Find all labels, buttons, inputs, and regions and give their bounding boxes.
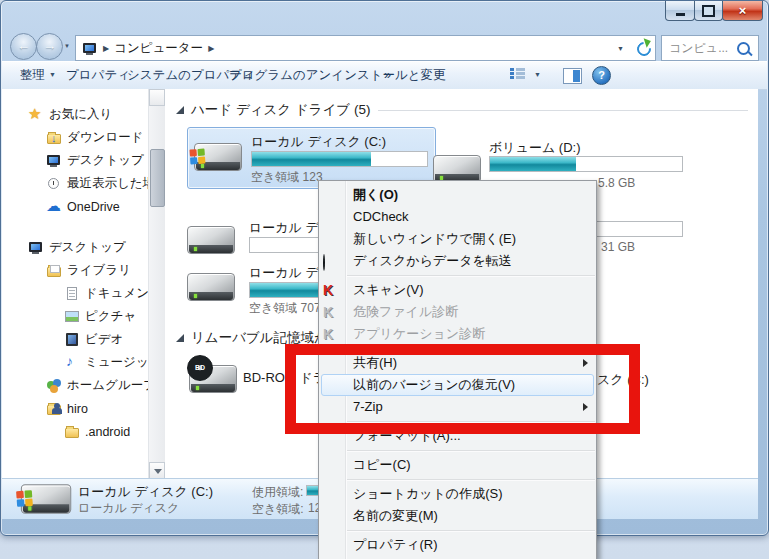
organize-menu[interactable]: 整理▼	[20, 61, 56, 89]
forward-arrow-icon: →	[43, 38, 56, 53]
menu-item-scan[interactable]: Kスキャン(V)	[319, 279, 596, 301]
sidebar-item-documents[interactable]: ドキュメント	[2, 282, 148, 305]
close-button[interactable]: ×	[722, 1, 763, 21]
menu-item-rename[interactable]: 名前の変更(M)	[319, 505, 596, 527]
minimize-button[interactable]	[665, 1, 695, 21]
menu-item-create-shortcut[interactable]: ショートカットの作成(S)	[319, 483, 596, 505]
menu-item-transfer-from-disc[interactable]: ディスクからデータを転送	[319, 250, 596, 272]
menu-separator	[347, 450, 595, 451]
window-controls: ×	[666, 1, 763, 21]
sidebar-item-favorites[interactable]: お気に入り	[2, 103, 148, 126]
sidebar-item-user-hiro[interactable]: hiro	[2, 397, 148, 420]
scroll-down-button[interactable]	[149, 462, 165, 479]
address-dropdown-icon[interactable]: ▼	[617, 45, 624, 52]
download-folder-icon: ↓	[46, 130, 62, 146]
collapse-triangle-icon[interactable]	[176, 106, 184, 114]
folder-icon	[64, 424, 80, 440]
menu-item-copy[interactable]: コピー(C)	[319, 454, 596, 476]
address-bar[interactable]: ▶ コンピューター ▶ ▼	[75, 35, 633, 61]
group-header-hdd[interactable]: ハード ディスク ドライブ (5)	[165, 101, 758, 119]
close-icon: ×	[739, 3, 747, 18]
breadcrumb[interactable]: コンピューター	[114, 40, 203, 57]
sidebar-item-label: デスクトップ	[67, 152, 144, 169]
onedrive-cloud-icon	[46, 199, 62, 215]
menu-item-properties[interactable]: プロパティ(R)	[319, 534, 596, 556]
search-box[interactable]: コンピュ...	[661, 35, 759, 61]
scroll-up-button[interactable]	[149, 89, 165, 106]
sidebar-scrollbar[interactable]	[148, 89, 165, 479]
maximize-button[interactable]	[694, 1, 723, 21]
sidebar-item-label: hiro	[67, 402, 88, 416]
views-dropdown-icon[interactable]: ▼	[534, 61, 541, 89]
collapse-triangle-icon[interactable]	[176, 334, 184, 342]
sidebar-item-homegroup[interactable]: ホームグループ	[2, 374, 148, 397]
kaspersky-gray-icon: K	[323, 325, 341, 343]
free-space-text-tail: 31 GB	[601, 240, 635, 254]
chevron-down-icon: ▼	[49, 71, 56, 78]
capacity-fill	[252, 152, 371, 166]
libraries-icon	[46, 263, 62, 279]
back-button[interactable]: ←	[10, 33, 37, 60]
change-view-icon[interactable]	[510, 68, 526, 82]
help-icon[interactable]: ?	[592, 66, 611, 85]
sidebar-item-onedrive[interactable]: OneDrive	[2, 195, 148, 218]
sidebar-item-desktop[interactable]: デスクトップ	[2, 149, 148, 172]
recent-places-icon	[46, 176, 62, 192]
sidebar-item-label: ドキュメント	[85, 285, 148, 302]
menu-item-open-new-window[interactable]: 新しいウィンドウで開く(E)	[319, 228, 596, 250]
search-icon	[737, 42, 750, 55]
menu-item-cdcheck[interactable]: CDCheck	[319, 206, 596, 228]
menu-item-dangerous-file-diagnosis[interactable]: K危険ファイル診断	[319, 301, 596, 323]
sidebar-item-videos[interactable]: ビデオ	[2, 328, 148, 351]
scrollbar-thumb[interactable]	[150, 149, 165, 207]
sidebar-item-libraries[interactable]: ライブラリ	[2, 259, 148, 282]
recent-pages-dropdown[interactable]: ▼	[64, 43, 70, 49]
sidebar-item-downloads[interactable]: ↓ダウンロード	[2, 126, 148, 149]
kaspersky-icon: K	[323, 281, 341, 299]
sidebar-item-pictures[interactable]: ピクチャ	[2, 305, 148, 328]
breadcrumb-separator-icon: ▶	[103, 44, 109, 53]
bd-disc-icon: BD	[187, 355, 213, 381]
sidebar-item-label: ダウンロード	[67, 129, 143, 146]
navigation-pane: お気に入り ↓ダウンロード デスクトップ 最近表示した場所 OneDrive デ…	[2, 89, 148, 479]
hard-drive-icon	[187, 222, 233, 258]
group-title: ハード ディスク ドライブ (5)	[191, 101, 370, 119]
videos-icon	[64, 332, 80, 348]
drive-name: ボリューム (D:)	[489, 139, 581, 157]
properties-button[interactable]: プロパティ	[66, 61, 130, 89]
red-annotation-rectangle	[285, 344, 640, 434]
group-rule	[378, 110, 748, 111]
sidebar-item-music[interactable]: ミュージック	[2, 351, 148, 374]
sidebar-item-recent-places[interactable]: 最近表示した場所	[2, 172, 148, 195]
triangle-down-icon	[154, 469, 162, 474]
menu-item-open[interactable]: 開く(O)	[319, 184, 596, 206]
hard-drive-icon	[187, 269, 233, 305]
forward-button[interactable]: →	[36, 33, 63, 60]
preview-pane-icon[interactable]	[563, 68, 582, 84]
minimize-icon	[676, 13, 685, 16]
back-arrow-icon: ←	[17, 38, 30, 53]
music-icon	[64, 355, 80, 371]
sidebar-item-label: ピクチャ	[85, 308, 136, 325]
free-space-text: 空き領域 707	[249, 300, 321, 317]
windows-flag-icon	[189, 148, 206, 165]
user-folder-icon	[46, 401, 62, 417]
refresh-button[interactable]	[632, 35, 656, 61]
sidebar-item-label: ビデオ	[85, 331, 123, 348]
used-space-label: 使用領域:	[252, 484, 303, 501]
desktop-icon	[28, 240, 44, 256]
maximize-icon	[702, 5, 715, 17]
uninstall-program-button[interactable]: プログラムのアンインストールと変更	[229, 61, 446, 89]
breadcrumb-separator-icon[interactable]: ▶	[208, 44, 214, 53]
menu-item-application-diagnosis[interactable]: Kアプリケーション診断	[319, 323, 596, 345]
sidebar-item-android-folder[interactable]: .android	[2, 420, 148, 443]
command-toolbar: 整理▼ プロパティ システムのプロパティ プログラムのアンインストールと変更 »…	[2, 61, 767, 90]
computer-icon	[82, 41, 98, 55]
toolbar-overflow-chevron[interactable]: »	[384, 61, 391, 89]
sidebar-group-gap	[2, 218, 148, 236]
sidebar-item-label: お気に入り	[49, 106, 112, 123]
kaspersky-gray-icon: K	[323, 303, 341, 321]
search-input[interactable]: コンピュ...	[669, 40, 728, 57]
sidebar-item-desktop-root[interactable]: デスクトップ	[2, 236, 148, 259]
free-space-text: 空き領域 123	[251, 169, 323, 186]
